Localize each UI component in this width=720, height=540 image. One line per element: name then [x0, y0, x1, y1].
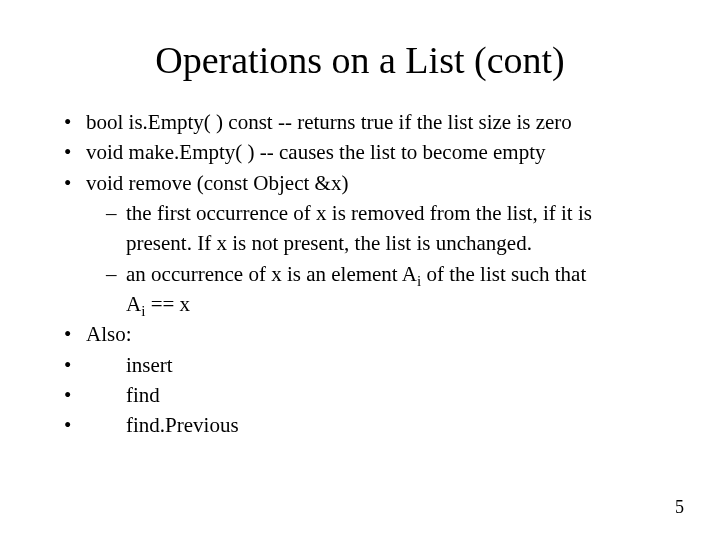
page-number: 5: [675, 497, 684, 518]
bullet-item: • insert: [62, 351, 660, 379]
sub-bullet-text: the first occurrence of x is removed fro…: [126, 201, 592, 225]
bullet-dot-icon: •: [64, 108, 71, 136]
bullet-item: • void make.Empty( ) -- causes the list …: [62, 138, 660, 166]
sub-bullet-text: Ai == x: [126, 292, 190, 316]
bullet-text: Also:: [86, 322, 132, 346]
bullet-text: bool is.Empty( ) const -- returns true i…: [86, 110, 572, 134]
bullet-text: find: [86, 383, 160, 407]
bullet-item: • bool is.Empty( ) const -- returns true…: [62, 108, 660, 136]
dash-icon: –: [106, 260, 117, 288]
sub-bullet-item: – the first occurrence of x is removed f…: [62, 199, 660, 227]
slide-title: Operations on a List (cont): [0, 38, 720, 82]
bullet-dot-icon: •: [64, 169, 71, 197]
bullet-text: insert: [86, 353, 173, 377]
bullet-text: void make.Empty( ) -- causes the list to…: [86, 140, 546, 164]
sub-bullet-text: present. If x is not present, the list i…: [126, 231, 532, 255]
bullet-item: • Also:: [62, 320, 660, 348]
sub-bullet-continuation: present. If x is not present, the list i…: [62, 229, 660, 257]
bullet-text: find.Previous: [86, 413, 239, 437]
bullet-dot-icon: •: [64, 381, 71, 409]
slide: Operations on a List (cont) • bool is.Em…: [0, 0, 720, 540]
bullet-item: • void remove (const Object &x): [62, 169, 660, 197]
sub-bullet-item: – an occurrence of x is an element Ai of…: [62, 260, 660, 288]
bullet-dot-icon: •: [64, 351, 71, 379]
bullet-item: • find.Previous: [62, 411, 660, 439]
bullet-dot-icon: •: [64, 411, 71, 439]
sub-bullet-text: an occurrence of x is an element Ai of t…: [126, 262, 586, 286]
dash-icon: –: [106, 199, 117, 227]
bullet-dot-icon: •: [64, 138, 71, 166]
sub-bullet-continuation: Ai == x: [62, 290, 660, 318]
slide-body: • bool is.Empty( ) const -- returns true…: [62, 108, 660, 442]
bullet-item: • find: [62, 381, 660, 409]
bullet-dot-icon: •: [64, 320, 71, 348]
bullet-text: void remove (const Object &x): [86, 171, 348, 195]
